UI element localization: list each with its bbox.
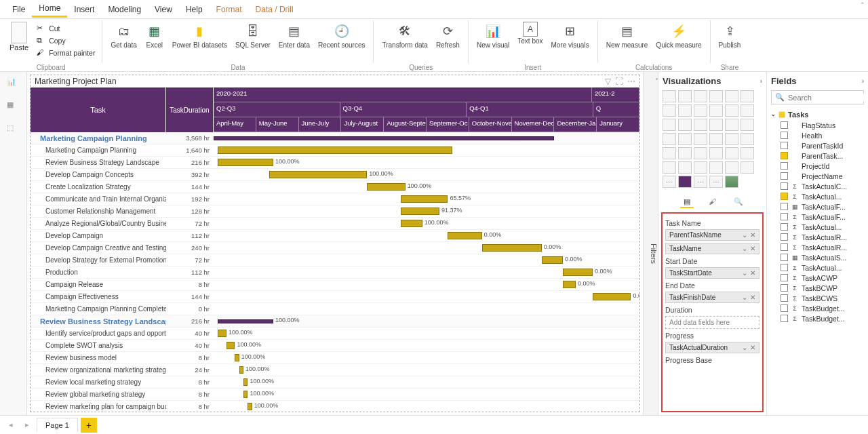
gantt-row[interactable]: Communicate and Train Internal Organizat… <box>31 193 639 205</box>
viz-type-icon[interactable] <box>725 147 738 159</box>
filter-icon[interactable]: ▽ <box>605 77 611 86</box>
gantt-row[interactable]: Marketing Campaign Planning1,640 hr <box>31 144 639 157</box>
page-prev-button[interactable]: ◂ <box>4 418 18 432</box>
chevron-right-icon[interactable]: › <box>760 77 762 85</box>
menu-help[interactable]: Help <box>179 2 210 17</box>
chevron-down-icon[interactable]: ⌄ <box>742 269 747 277</box>
viz-type-icon[interactable] <box>725 161 738 174</box>
menu-home[interactable]: Home <box>32 1 67 18</box>
viz-type-icon[interactable] <box>678 90 692 102</box>
checkbox[interactable] <box>781 121 788 129</box>
viz-type-icon[interactable] <box>741 119 754 131</box>
chevron-down-icon[interactable]: ⌄ <box>742 294 747 301</box>
field-item[interactable]: ΣTaskActual... <box>771 222 864 232</box>
field-item[interactable]: ΣTaskBudget... <box>771 313 864 323</box>
well-item-taskstartdate[interactable]: TaskStartDate⌄✕ <box>665 267 760 279</box>
custom-viz-icon[interactable]: ⋯ <box>694 176 707 188</box>
get-data-button[interactable]: 🗂Get data <box>108 20 139 50</box>
field-item[interactable]: ProjectName <box>771 171 864 181</box>
viz-type-icon[interactable] <box>694 147 707 159</box>
remove-icon[interactable]: ✕ <box>750 294 755 301</box>
viz-type-icon[interactable] <box>694 133 707 145</box>
field-item[interactable]: ▦TaskActualS... <box>771 252 864 262</box>
viz-type-icon[interactable] <box>741 133 754 145</box>
checkbox[interactable] <box>781 294 788 302</box>
gantt-row[interactable]: Campaign Effectiveness144 hr0.00% <box>31 291 639 303</box>
gantt-row[interactable]: Customer Relationship Management128 hr91… <box>31 205 639 218</box>
gantt-body[interactable]: Marketing Campaign Planning3,568 hrMarke… <box>31 132 639 412</box>
viz-type-icon[interactable] <box>725 90 738 102</box>
gantt-row[interactable]: Develop Campaign112 hr0.00% <box>31 230 639 242</box>
checkbox[interactable] <box>781 162 788 170</box>
chevron-down-icon[interactable]: ⌄ <box>742 231 747 239</box>
pbi-datasets-button[interactable]: ▮Power BI datasets <box>170 20 230 50</box>
gantt-row[interactable]: Review organizational marketing strategy… <box>31 364 639 376</box>
checkbox[interactable] <box>781 193 788 200</box>
gantt-bar[interactable] <box>243 391 248 398</box>
viz-type-icon[interactable] <box>678 119 692 131</box>
sql-server-button[interactable]: 🗄SQL Server <box>233 20 273 50</box>
well-item-taskname[interactable]: TaskName⌄✕ <box>665 243 760 254</box>
gantt-row[interactable]: Develop Strategy for External Promotions… <box>31 254 639 267</box>
checkbox[interactable] <box>781 142 788 149</box>
custom-viz-icon[interactable] <box>678 176 692 188</box>
table-node-tasks[interactable]: ⌄ ▦ Tasks <box>771 108 864 120</box>
refresh-button[interactable]: ⟳Refresh <box>433 20 462 50</box>
field-item[interactable]: ΣTaskBCWP <box>771 283 864 293</box>
fields-search[interactable]: 🔍 <box>771 90 864 104</box>
viz-type-icon[interactable] <box>663 119 676 131</box>
recent-sources-button[interactable]: 🕘Recent sources <box>315 20 368 50</box>
fields-tab-icon[interactable]: ▤ <box>680 196 694 208</box>
gantt-bar[interactable] <box>482 244 542 252</box>
gantt-bar[interactable] <box>218 159 273 166</box>
gantt-row[interactable]: Complete SWOT analysis40 hr100.00% <box>31 340 639 352</box>
gantt-row[interactable]: Production112 hr0.00% <box>31 267 639 279</box>
format-painter-button[interactable]: 🖌Format painter <box>35 47 96 58</box>
viz-type-icon[interactable] <box>678 133 692 145</box>
checkbox[interactable] <box>781 213 788 220</box>
checkbox[interactable] <box>781 182 788 190</box>
report-view-icon[interactable]: 📊 <box>7 77 20 91</box>
gantt-row[interactable]: Review global marketing strategy8 hr100.… <box>31 389 639 401</box>
gantt-row[interactable]: Review Business Strategy Landscape216 hr… <box>31 157 639 169</box>
checkbox[interactable] <box>781 233 788 241</box>
custom-viz-icon[interactable]: ⋯ <box>663 176 676 188</box>
gantt-bar[interactable] <box>226 342 235 349</box>
add-page-button[interactable]: + <box>81 418 97 433</box>
publish-button[interactable]: ⇪Publish <box>716 20 744 50</box>
gantt-row[interactable]: Review marketing plan for campaign budge… <box>31 401 639 412</box>
gantt-row[interactable]: Campaign Release8 hr0.00% <box>31 279 639 291</box>
format-tab-icon[interactable]: 🖌 <box>706 196 719 208</box>
chevron-right-icon[interactable]: › <box>862 77 864 85</box>
menu-insert[interactable]: Insert <box>67 2 101 17</box>
gantt-bar[interactable] <box>214 136 554 140</box>
gantt-row[interactable]: Review local marketing strategy8 hr100.0… <box>31 376 639 389</box>
field-item[interactable]: ΣTaskActualR... <box>771 232 864 242</box>
viz-type-icon[interactable] <box>741 147 754 159</box>
field-item[interactable]: ΣTaskActualC... <box>771 181 864 191</box>
viz-type-icon[interactable] <box>709 104 723 117</box>
field-item[interactable]: ProjectId <box>771 161 864 171</box>
viz-type-icon[interactable] <box>663 147 676 159</box>
remove-icon[interactable]: ✕ <box>750 269 755 277</box>
field-item[interactable]: FlagStatus <box>771 120 864 130</box>
field-item[interactable]: ΣTaskBCWS <box>771 293 864 303</box>
search-input[interactable] <box>788 94 868 102</box>
gantt-bar[interactable] <box>243 378 248 386</box>
viz-type-icon[interactable] <box>725 119 738 131</box>
viz-type-icon[interactable] <box>663 133 676 145</box>
remove-icon[interactable]: ✕ <box>750 245 755 252</box>
new-measure-button[interactable]: ▤New measure <box>604 20 651 50</box>
field-item[interactable]: ΣTaskActual... <box>771 262 864 273</box>
checkbox[interactable] <box>781 203 788 210</box>
gantt-row[interactable]: Develop Campaign Creative and Testing240… <box>31 242 639 254</box>
gantt-bar[interactable] <box>367 183 406 191</box>
viz-type-icon[interactable] <box>694 119 707 131</box>
gantt-row[interactable]: Review Business Strategy Landscape216 hr… <box>31 315 639 328</box>
gantt-row[interactable]: Marketing Campaign Planning3,568 hr <box>31 132 639 144</box>
remove-icon[interactable]: ✕ <box>750 231 755 239</box>
report-canvas[interactable]: Marketing Project Plan ▽ ⛶ ⋯ Task TaskDu… <box>27 72 643 415</box>
viz-type-icon[interactable] <box>663 90 676 102</box>
checkbox[interactable] <box>781 315 788 322</box>
viz-type-icon[interactable] <box>709 161 723 174</box>
